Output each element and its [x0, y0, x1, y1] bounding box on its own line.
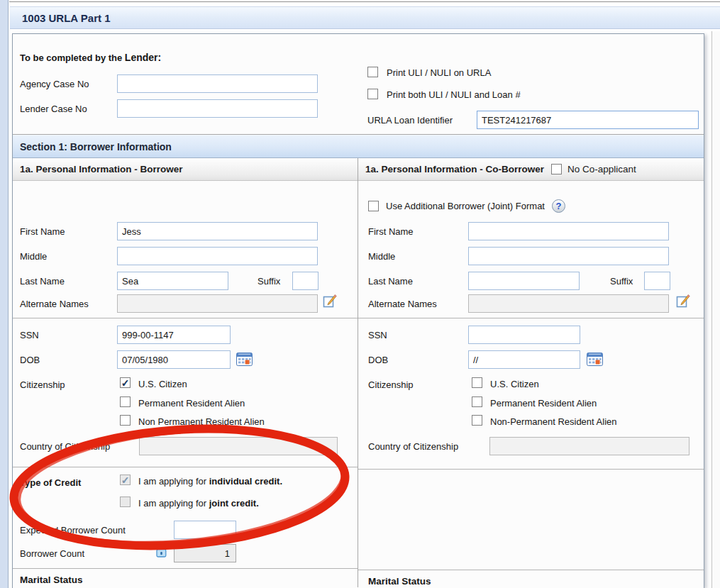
individual-credit-emphasis: individual credit. [209, 476, 282, 487]
divider [358, 318, 704, 318]
borrower-suffix-label: Suffix [257, 276, 280, 287]
borrower-first-name-label: First Name [20, 226, 65, 237]
edit-pencil-icon [323, 294, 337, 308]
page-title: 1003 URLA Part 1 [22, 12, 111, 24]
joint-credit-emphasis: joint credit. [209, 498, 259, 509]
right-scroll-strip[interactable] [711, 31, 720, 588]
form-panel: To be completed by the Lender: Agency Ca… [12, 33, 704, 588]
borrower-column-header: 1a. Personal Information - Borrower [13, 158, 358, 181]
borrower-middle-input[interactable] [117, 247, 318, 265]
borrower-alt-names-edit-button[interactable] [323, 294, 337, 308]
joint-format-row: Use Additional Borrower (Joint) Format ? [368, 199, 565, 213]
coborrower-last-name-input[interactable] [468, 272, 580, 290]
lender-case-input[interactable] [117, 99, 318, 118]
coborrower-citizenship-label: Citizenship [368, 379, 414, 390]
borrower-us-citizen-checkbox[interactable]: ✓ [120, 377, 131, 388]
expected-borrower-count-label: Expected Borrower Count [20, 525, 126, 536]
borrower-header-title: 1a. Personal Information - Borrower [20, 164, 183, 174]
section1-title: Section 1: Borrower Information [20, 141, 172, 152]
borrower-ssn-label: SSN [20, 330, 39, 340]
coborrower-perm-resident-checkbox[interactable] [472, 396, 482, 407]
borrower-middle-label: Middle [20, 251, 47, 262]
coborrower-ssn-input[interactable] [468, 326, 580, 344]
urla-loan-id-label: URLA Loan Identifier [367, 115, 453, 126]
edit-pencil-icon [676, 294, 690, 308]
coborrower-suffix-label: Suffix [610, 276, 633, 287]
coborrower-header-title: 1a. Personal Information - Co-Borrower [365, 164, 544, 174]
borrower-ssn-input[interactable] [117, 326, 231, 344]
coborrower-country-label: Country of Citizenship [368, 441, 458, 452]
borrower-perm-resident-checkbox[interactable] [120, 396, 131, 407]
coborrower-dob-label: DOB [368, 355, 388, 365]
individual-credit-checkbox: ✓ [120, 475, 131, 485]
borrower-count-lock-button[interactable] [155, 543, 168, 558]
borrower-perm-resident-label: Permanent Resident Alien [138, 398, 245, 409]
borrower-count-label: Borrower Count [20, 548, 84, 559]
top-divider [9, 1, 720, 2]
coborrower-first-name-label: First Name [368, 226, 414, 237]
coborrower-column-header: 1a. Personal Information - Co-Borrower N… [358, 158, 704, 181]
coborrower-country-input [489, 437, 689, 455]
divider [13, 467, 358, 467]
coborrower-marital-status-header: Marital Status [368, 576, 431, 587]
borrower-count-value: 1 [174, 544, 236, 562]
app-window: 1003 URLA Part 1 To be completed by the … [0, 0, 720, 588]
coborrower-nonperm-resident-checkbox[interactable] [472, 415, 482, 426]
divider [358, 469, 704, 470]
borrower-nonperm-resident-label: Non Permanent Resident Alien [138, 416, 265, 427]
borrower-first-name-input[interactable] [117, 222, 318, 240]
coborrower-nonperm-resident-label: Non-Permanent Resident Alien [490, 416, 617, 427]
lender-heading-prefix: To be completed by the [20, 52, 122, 63]
borrower-dob-input[interactable] [117, 350, 231, 369]
type-of-credit-label: Type of Credit [20, 477, 81, 488]
print-both-checkbox[interactable] [367, 89, 378, 99]
borrower-country-label: Country of Citizenship [20, 441, 110, 452]
agency-case-input[interactable] [117, 74, 318, 93]
calendar-icon [236, 351, 253, 366]
coborrower-us-citizen-checkbox[interactable] [472, 377, 482, 388]
coborrower-column: 1a. Personal Information - Co-Borrower N… [358, 158, 704, 587]
coborrower-middle-label: Middle [368, 251, 395, 262]
lender-section: To be completed by the Lender: Agency Ca… [13, 34, 704, 135]
joint-credit-checkbox [120, 497, 131, 507]
coborrower-dob-calendar-button[interactable] [587, 351, 603, 366]
coborrower-us-citizen-label: U.S. Citizen [490, 379, 539, 389]
form-title-bar: 1003 URLA Part 1 [10, 6, 720, 29]
borrower-column-body: First Name Middle Last Name Suffix Alter… [13, 181, 358, 587]
print-uli-checkbox[interactable] [367, 67, 378, 77]
coborrower-suffix-input[interactable] [644, 272, 670, 290]
joint-credit-prefix: I am applying for [138, 498, 209, 509]
borrower-column: 1a. Personal Information - Borrower Firs… [13, 158, 358, 587]
coborrower-first-name-input[interactable] [468, 222, 669, 240]
print-both-label: Print both ULI / NULI and Loan # [387, 89, 521, 100]
borrower-dob-calendar-button[interactable] [236, 351, 253, 366]
coborrower-alt-names-edit-button[interactable] [676, 294, 690, 308]
joint-format-checkbox[interactable] [368, 201, 379, 211]
borrower-suffix-input[interactable] [292, 272, 319, 290]
borrower-marital-status-header: Marital Status [20, 575, 83, 585]
help-icon[interactable]: ? [552, 199, 565, 213]
borrower-country-input [139, 437, 338, 455]
urla-loan-id-input[interactable] [477, 111, 699, 129]
no-coapplicant-label: No Co-applicant [567, 164, 636, 174]
section1-header: Section 1: Borrower Information [13, 135, 704, 158]
borrower-alt-names-label: Alternate Names [20, 299, 89, 309]
borrower-last-name-label: Last Name [20, 276, 65, 287]
borrower-citizenship-label: Citizenship [20, 379, 65, 390]
lender-case-label: Lender Case No [20, 104, 87, 114]
divider [13, 568, 358, 569]
joint-credit-label: I am applying for joint credit. [138, 498, 259, 509]
coborrower-middle-input[interactable] [468, 247, 669, 265]
no-coapplicant-checkbox[interactable] [551, 164, 562, 174]
borrower-last-name-input[interactable] [117, 272, 228, 290]
coborrower-perm-resident-label: Permanent Resident Alien [490, 398, 597, 409]
coborrower-alt-names-input [468, 294, 669, 313]
borrower-alt-names-input [117, 294, 318, 313]
borrower-nonperm-resident-checkbox[interactable] [120, 415, 131, 426]
coborrower-alt-names-label: Alternate Names [368, 299, 437, 309]
expected-borrower-count-input[interactable] [174, 521, 236, 539]
coborrower-dob-input[interactable] [468, 350, 580, 369]
calendar-icon [587, 351, 603, 366]
left-margin-strip [0, 0, 9, 588]
borrower-us-citizen-label: U.S. Citizen [138, 379, 187, 389]
